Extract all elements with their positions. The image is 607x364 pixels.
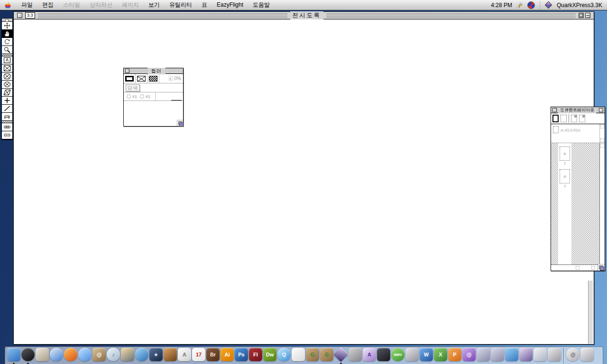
text-box-tool[interactable]: A xyxy=(2,56,12,64)
flip4mac-wmv-dock-icon[interactable]: WMV xyxy=(391,348,405,364)
garageband-dock-icon[interactable] xyxy=(163,348,177,364)
tool-palette-drag-bar[interactable] xyxy=(2,18,12,22)
line-tool[interactable] xyxy=(2,105,12,113)
classic-swirl-icon[interactable] xyxy=(527,1,535,9)
color-list[interactable] xyxy=(124,101,183,126)
finder-dock-icon[interactable] xyxy=(7,348,21,364)
safari-dock-icon[interactable] xyxy=(49,348,64,364)
layout-palette-title-bar[interactable]: 도큐멘트레이아웃 xyxy=(551,107,605,113)
menu-item[interactable]: 보기 xyxy=(144,0,165,10)
trash-dock-icon[interactable] xyxy=(580,348,594,364)
menu-item[interactable]: 편집 xyxy=(37,0,58,10)
chart-app-dock-icon[interactable] xyxy=(533,348,547,364)
rounded-picture-box-tool[interactable] xyxy=(2,73,12,81)
drawing-app-dock-icon[interactable] xyxy=(519,348,533,364)
menu-clock[interactable]: 4:28 PM xyxy=(491,2,512,9)
shade-control[interactable]: ▸ 0% xyxy=(169,76,183,81)
wrench-utility-dock-icon[interactable] xyxy=(547,348,561,364)
pages-horizontal-scrollbar[interactable] xyxy=(551,264,605,271)
linking-tool[interactable] xyxy=(2,123,12,131)
document-title-bar[interactable]: 3.3 전시도록 xyxy=(14,12,594,19)
vertical-scrollbar[interactable] xyxy=(588,281,593,344)
blend-type-button[interactable]: 단색 xyxy=(126,84,140,91)
blend-radio-2-icon[interactable] xyxy=(140,94,144,99)
ichat-dock-icon[interactable] xyxy=(78,348,92,364)
frame-color-mode[interactable] xyxy=(124,74,136,83)
master-page-list[interactable]: A-마스터A xyxy=(551,124,605,143)
text-path-tool[interactable] xyxy=(2,113,12,121)
ms-messenger-dock-icon[interactable] xyxy=(505,348,519,364)
adobe-illustrator-dock-icon[interactable]: Ai xyxy=(220,348,234,364)
layout-resize-handle[interactable] xyxy=(598,264,605,271)
mail-stamp-dock-icon[interactable]: @ xyxy=(566,348,580,364)
blank-facing-page-icon[interactable] xyxy=(561,115,567,122)
adobe-flash-dock-icon[interactable]: Fl xyxy=(248,348,263,364)
active-app-name[interactable]: QuarkXPress3.3K xyxy=(557,2,602,9)
background-color-mode[interactable] xyxy=(147,74,159,83)
idvd-dock-icon[interactable] xyxy=(135,348,149,364)
adobe-photoshop-dock-icon[interactable]: Ps xyxy=(234,348,248,364)
gear-machine-app-dock-icon[interactable] xyxy=(348,348,362,364)
master-page-icon-1[interactable] xyxy=(571,115,577,122)
layout-zoom-button[interactable] xyxy=(599,108,603,112)
stuffit-box-2-dock-icon[interactable]: G xyxy=(320,348,334,364)
snapz-pro-dock-icon[interactable] xyxy=(377,348,391,364)
master-page-icon-2[interactable] xyxy=(579,115,585,122)
item-tool[interactable] xyxy=(2,22,12,30)
quicktime-dock-icon[interactable]: Q xyxy=(277,348,291,364)
rect-picture-box-tool[interactable] xyxy=(2,64,12,73)
itunes-dock-icon[interactable]: ♪ xyxy=(106,348,120,364)
menu-item[interactable]: 유틸리티 xyxy=(165,0,197,10)
converter-machine-2-dock-icon[interactable] xyxy=(490,348,505,364)
converter-machine-1-dock-icon[interactable] xyxy=(476,348,490,364)
ms-powerpoint-dock-icon[interactable]: P xyxy=(448,348,462,364)
content-tool[interactable] xyxy=(2,30,12,38)
colors-resize-handle[interactable] xyxy=(177,120,183,126)
firefox-dock-icon[interactable] xyxy=(64,348,78,364)
ms-excel-dock-icon[interactable]: X xyxy=(433,348,448,364)
quarkxpress-app-icon[interactable] xyxy=(545,1,552,9)
menu-item[interactable]: 파일 xyxy=(17,0,37,10)
zoom-tool[interactable] xyxy=(2,46,12,54)
layout-close-button[interactable] xyxy=(552,108,557,112)
adobe-bridge-dock-icon[interactable]: Br xyxy=(206,348,220,364)
rotation-tool[interactable] xyxy=(2,38,12,46)
pages-vertical-scrollbar[interactable] xyxy=(599,143,605,264)
content-color-mode[interactable] xyxy=(136,74,147,83)
document-page-area[interactable] xyxy=(14,19,594,344)
menu-item[interactable]: 도움말 xyxy=(248,0,275,10)
textedit-dock-icon[interactable]: A xyxy=(177,348,192,364)
page-thumbnail[interactable]: A xyxy=(560,169,570,183)
blend-angle-field[interactable] xyxy=(171,100,182,100)
ms-entourage-dock-icon[interactable]: @ xyxy=(462,348,476,364)
blank-page-icon[interactable] xyxy=(552,115,559,122)
quarkxpress-dock-icon[interactable] xyxy=(334,348,348,364)
ms-word-dock-icon[interactable]: W xyxy=(419,348,433,364)
blend-radio-1-icon[interactable] xyxy=(127,94,131,99)
oval-picture-box-tool[interactable] xyxy=(2,81,12,89)
zoom-button[interactable] xyxy=(579,13,584,18)
apple-menu-icon[interactable] xyxy=(5,1,11,9)
menu-item[interactable]: EazyFlight xyxy=(212,0,248,10)
master-list-scrollbar[interactable] xyxy=(599,124,605,143)
iphoto-dock-icon[interactable] xyxy=(120,348,135,364)
address-book-dock-icon[interactable]: @ xyxy=(92,348,106,364)
colors-close-button[interactable] xyxy=(125,69,129,73)
close-button[interactable] xyxy=(17,13,22,18)
orthogonal-line-tool[interactable] xyxy=(2,97,12,105)
clamp-utility-dock-icon[interactable] xyxy=(405,348,419,364)
menu-item[interactable]: 표 xyxy=(197,0,212,10)
front-row-dock-icon[interactable] xyxy=(291,348,305,364)
collapse-button[interactable] xyxy=(585,13,590,18)
page-thumbnail[interactable]: A xyxy=(560,146,570,161)
unlinking-tool[interactable] xyxy=(2,131,12,139)
adobe-dreamweaver-dock-icon[interactable]: Dw xyxy=(263,348,277,364)
stuffit-box-1-dock-icon[interactable]: G xyxy=(305,348,320,364)
colors-palette-title-bar[interactable]: 컬러 xyxy=(124,68,183,74)
ical-dock-icon[interactable]: 17 xyxy=(192,348,206,364)
dashboard-dock-icon[interactable] xyxy=(21,348,35,364)
input-method-pencil-icon[interactable] xyxy=(516,1,524,9)
mail-dock-icon[interactable] xyxy=(35,348,49,364)
polygon-picture-box-tool[interactable] xyxy=(2,89,12,97)
font-utility-dock-icon[interactable]: A xyxy=(362,348,377,364)
